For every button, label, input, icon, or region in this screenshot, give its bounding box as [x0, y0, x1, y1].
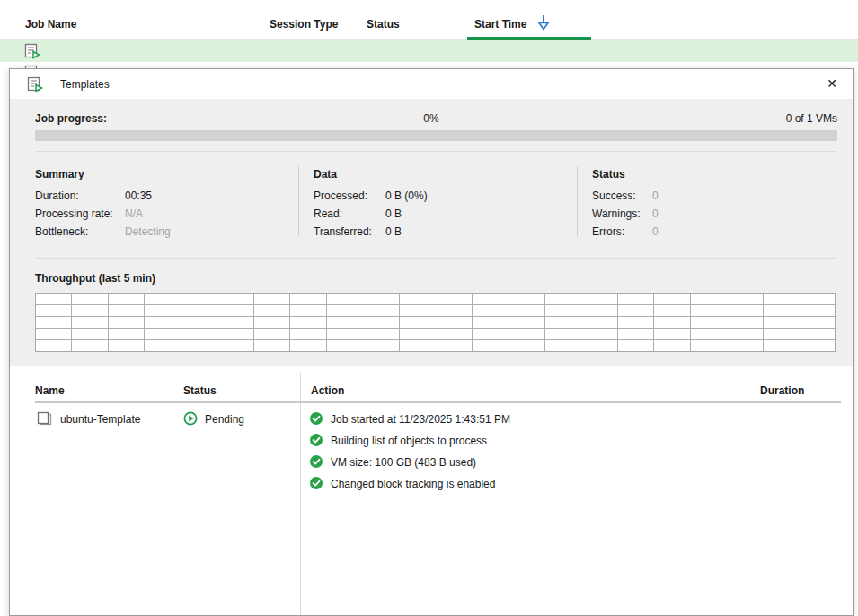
- status-warnings-label: Warnings:: [592, 207, 641, 220]
- check-circle-icon: [309, 433, 323, 450]
- vm-list-panel: [10, 366, 853, 615]
- action-log-entry: Building list of objects to process: [331, 435, 487, 447]
- section-divider: [577, 166, 578, 236]
- close-icon[interactable]: ✕: [822, 74, 842, 93]
- check-circle-icon: [309, 454, 323, 471]
- summary-duration-label: Duration:: [35, 189, 79, 202]
- summary-processing-rate-value: N/A: [125, 207, 143, 220]
- vm-status: Pending: [205, 413, 244, 426]
- throughput-chart-grid: [35, 293, 836, 352]
- pending-status-icon: [183, 411, 198, 428]
- col-header-status[interactable]: Status: [367, 18, 400, 31]
- dialog-title: Templates: [60, 78, 110, 91]
- sort-descending-icon[interactable]: [535, 13, 552, 34]
- action-log-entry: Job started at 11/23/2025 1:43:51 PM: [331, 413, 510, 426]
- job-progress-vm-count: 0 of 1 VMs: [786, 112, 837, 125]
- check-circle-icon: [309, 476, 323, 493]
- job-progress-dialog: Templates ✕ Job progress: 0% 0 of 1 VMs …: [9, 68, 854, 616]
- vm-table-header-underline: [35, 401, 841, 403]
- veeam-job-session-screen: Job Name Session Type Status Start Time …: [0, 0, 858, 616]
- dialog-titlebar[interactable]: Templates ✕: [10, 69, 853, 99]
- col-header-job-name[interactable]: Job Name: [25, 18, 76, 31]
- divider: [35, 151, 837, 152]
- vm-col-header-duration[interactable]: Duration: [760, 384, 804, 397]
- summary-processing-rate-label: Processing rate:: [35, 207, 113, 220]
- summary-bottleneck-value: Detecting: [125, 225, 171, 238]
- vm-table-column-divider: [300, 373, 301, 615]
- check-circle-icon: [309, 411, 323, 428]
- vm-name[interactable]: ubuntu-Template: [60, 413, 140, 426]
- status-warnings-value: 0: [652, 207, 659, 220]
- status-success-value: 0: [652, 189, 659, 202]
- backup-job-icon: [24, 43, 40, 62]
- data-read-label: Read:: [314, 207, 342, 220]
- col-header-start-time[interactable]: Start Time: [474, 18, 526, 31]
- divider: [35, 258, 837, 259]
- vm-col-header-name[interactable]: Name: [35, 384, 65, 397]
- summary-bottleneck-label: Bottleneck:: [35, 225, 88, 238]
- vm-col-header-status[interactable]: Status: [183, 384, 217, 397]
- status-errors-value: 0: [652, 225, 659, 238]
- header-divider: [0, 39, 858, 40]
- session-row-templates[interactable]: Templates Backup 0% completed 23/11/2025…: [0, 40, 858, 62]
- data-read-value: 0 B: [385, 207, 402, 220]
- sorted-column-indicator: [467, 37, 591, 40]
- summary-heading: Summary: [35, 168, 84, 180]
- job-progress-percent: 0%: [10, 112, 853, 125]
- progress-bar: [35, 130, 837, 141]
- data-processed-value: 0 B (0%): [385, 189, 428, 202]
- summary-duration-value: 00:35: [125, 189, 152, 202]
- status-success-label: Success:: [592, 189, 636, 202]
- action-log-entry: VM size: 100 GB (483 B used): [331, 456, 476, 469]
- data-transferred-value: 0 B: [385, 225, 402, 238]
- vm-col-header-action[interactable]: Action: [311, 384, 344, 397]
- data-heading: Data: [314, 168, 337, 180]
- status-errors-label: Errors:: [592, 225, 624, 238]
- data-processed-label: Processed:: [314, 189, 367, 202]
- backup-job-icon: [27, 76, 43, 95]
- section-divider: [298, 166, 299, 236]
- data-transferred-label: Transferred:: [314, 225, 372, 238]
- status-heading: Status: [592, 168, 625, 180]
- col-header-session-type[interactable]: Session Type: [270, 18, 338, 31]
- throughput-heading: Throughput (last 5 min): [35, 272, 155, 285]
- action-log-entry: Changed block tracking is enabled: [331, 478, 495, 490]
- vm-icon: [37, 411, 52, 429]
